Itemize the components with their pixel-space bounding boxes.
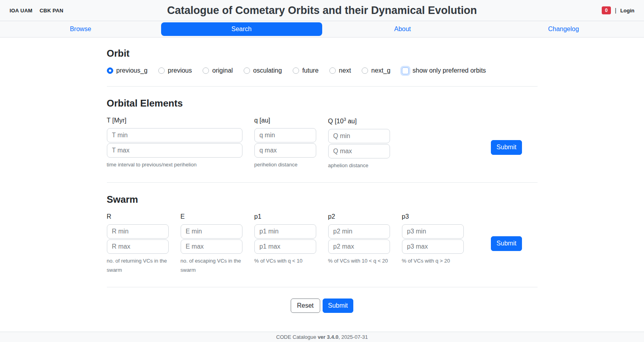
radio-original[interactable]: original — [203, 67, 233, 74]
swarm-submit-col: Submit — [476, 213, 538, 275]
p3-min-input[interactable] — [402, 224, 464, 239]
swarm-form: R no. of returning VCs in the swarm E no… — [107, 213, 538, 275]
p1-min-input[interactable] — [254, 224, 316, 239]
field-q-label: q [au] — [254, 117, 316, 124]
radio-icon — [362, 67, 368, 74]
tab-about[interactable]: About — [322, 22, 483, 36]
orbital-elements-heading: Orbital Elements — [107, 98, 538, 109]
reset-button[interactable]: Reset — [291, 299, 320, 313]
tab-browse[interactable]: Browse — [0, 22, 161, 36]
field-E-label: E — [181, 213, 242, 220]
divider — [107, 182, 538, 183]
radio-icon — [244, 67, 250, 74]
Q-min-input[interactable] — [328, 129, 390, 143]
checkbox-icon — [402, 67, 409, 74]
field-p1-help: % of VCs with q < 10 — [254, 257, 316, 266]
radio-label: next_g — [371, 67, 390, 74]
orbit-heading: Orbit — [107, 48, 538, 59]
e-min-input[interactable] — [181, 224, 242, 239]
field-T-help: time interval to previous/next perihelio… — [107, 160, 242, 170]
field-E-help: no. of escaping VCs in the swarm — [181, 257, 242, 275]
field-R: R no. of returning VCs in the swarm — [107, 213, 169, 275]
q-min-input[interactable] — [254, 128, 316, 142]
radio-previous-g[interactable]: previous_g — [107, 67, 148, 74]
header: IOA UAM CBK PAN Catalogue of Cometary Or… — [0, 0, 644, 21]
brand-links: IOA UAM CBK PAN — [10, 8, 63, 14]
field-Q-help: aphelion distance — [328, 161, 390, 170]
radio-next-g[interactable]: next_g — [362, 67, 390, 74]
notification-badge[interactable]: 0 — [602, 6, 611, 14]
login-link[interactable]: Login — [620, 8, 634, 14]
preferred-orbits-checkbox[interactable]: show only preferred orbits — [402, 67, 538, 74]
field-q: q [au] perihelion distance — [254, 117, 316, 170]
radio-icon — [107, 67, 113, 74]
radio-label: osculating — [253, 67, 282, 74]
orbit-radio-group: previous_g previous original osculating … — [107, 67, 390, 74]
t-max-input[interactable] — [107, 143, 242, 158]
radio-label: previous — [168, 67, 192, 74]
field-T-label: T [Myr] — [107, 117, 242, 124]
divider — [107, 86, 538, 87]
form-actions: Reset Submit — [107, 299, 538, 313]
page-title: Catalogue of Cometary Orbits and their D… — [0, 4, 644, 17]
orbital-elements-submit-col: Submit — [476, 117, 538, 170]
field-T: T [Myr] time interval to previous/next p… — [107, 117, 242, 170]
t-min-input[interactable] — [107, 128, 242, 142]
e-max-input[interactable] — [181, 239, 242, 254]
field-p1-label: p1 — [254, 213, 316, 220]
r-min-input[interactable] — [107, 224, 169, 239]
field-p2-label: p2 — [328, 213, 390, 220]
p2-min-input[interactable] — [328, 224, 390, 239]
field-p3-label: p3 — [402, 213, 464, 220]
radio-previous[interactable]: previous — [158, 67, 192, 74]
footer-text: CODE Catalogue ver 3.4.0, 2025-07-31 — [276, 334, 368, 340]
main-content: Orbit previous_g previous original oscul… — [0, 38, 644, 332]
brand-link-ioa-uam[interactable]: IOA UAM — [10, 8, 32, 14]
radio-next[interactable]: next — [329, 67, 351, 74]
header-right: 0 | Login — [602, 6, 634, 14]
field-p2: p2 % of VCs with 10 < q < 20 — [328, 213, 390, 275]
r-max-input[interactable] — [107, 239, 169, 254]
divider — [107, 287, 538, 287]
tab-search[interactable]: Search — [161, 22, 322, 36]
radio-icon — [203, 67, 209, 74]
field-p1: p1 % of VCs with q < 10 — [254, 213, 316, 275]
field-p2-help: % of VCs with 10 < q < 20 — [328, 257, 390, 266]
nav-tabs: Browse Search About Changelog — [0, 21, 644, 38]
q-max-input[interactable] — [254, 143, 316, 158]
field-p3: p3 % of VCs with q > 20 — [402, 213, 464, 275]
p1-max-input[interactable] — [254, 239, 316, 254]
radio-label: original — [212, 67, 233, 74]
field-Q-label: Q [103 au] — [328, 117, 390, 125]
radio-icon — [293, 67, 299, 74]
radio-osculating[interactable]: osculating — [244, 67, 282, 74]
field-Q: Q [103 au] aphelion distance — [328, 117, 390, 170]
p2-max-input[interactable] — [328, 239, 390, 254]
radio-future[interactable]: future — [293, 67, 319, 74]
brand-link-cbk-pan[interactable]: CBK PAN — [39, 8, 63, 14]
form-submit-button[interactable]: Submit — [323, 299, 354, 313]
field-q-help: perihelion distance — [254, 160, 316, 170]
orbital-elements-submit-button[interactable]: Submit — [491, 140, 522, 155]
field-R-help: no. of returning VCs in the swarm — [107, 257, 169, 275]
p3-max-input[interactable] — [402, 239, 464, 254]
field-p3-help: % of VCs with q > 20 — [402, 257, 464, 266]
radio-label: next — [339, 67, 351, 74]
checkbox-label: show only preferred orbits — [413, 67, 486, 74]
Q-max-input[interactable] — [328, 144, 390, 158]
header-separator: | — [615, 7, 616, 14]
field-R-label: R — [107, 213, 169, 220]
radio-icon — [329, 67, 336, 74]
radio-icon — [158, 67, 165, 74]
orbital-elements-form: T [Myr] time interval to previous/next p… — [107, 117, 538, 170]
radio-label: future — [302, 67, 319, 74]
radio-label: previous_g — [116, 67, 148, 74]
swarm-heading: Swarm — [107, 194, 538, 205]
footer: CODE Catalogue ver 3.4.0, 2025-07-31 — [0, 332, 644, 342]
swarm-submit-button[interactable]: Submit — [491, 236, 522, 251]
field-E: E no. of escaping VCs in the swarm — [181, 213, 242, 275]
tab-changelog[interactable]: Changelog — [483, 22, 644, 36]
orbit-options-row: previous_g previous original osculating … — [107, 67, 538, 74]
